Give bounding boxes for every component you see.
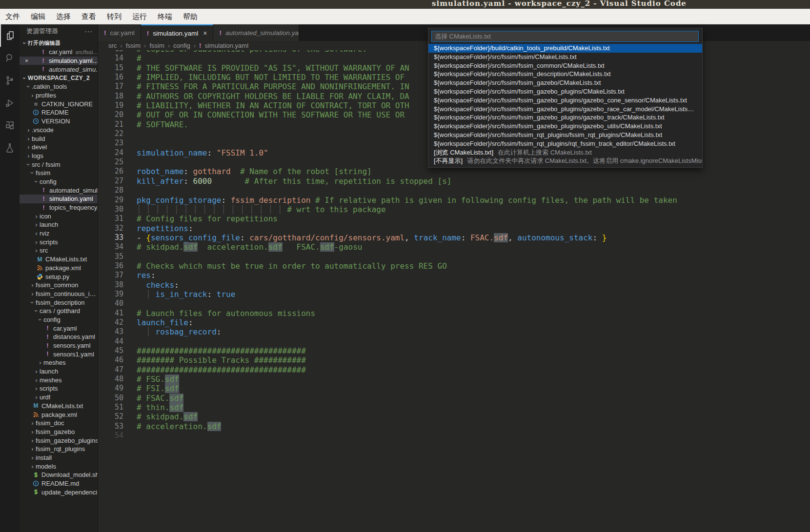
line-content[interactable]: # IMPLIED, INCLUDING BUT NOT LIMITED TO …	[123, 73, 405, 82]
quick-open-item[interactable]: [浏览 CMakeLists.txt]在此计算机上搜索 CMakeLists.t…	[428, 148, 702, 157]
line-content[interactable]	[123, 129, 137, 138]
tree-folder[interactable]: ›fssim_description	[20, 298, 98, 307]
line-content[interactable]: # acceleration.sdf	[123, 422, 221, 431]
line-number[interactable]: 25	[98, 158, 123, 167]
tree-folder[interactable]: ›src / fssim	[20, 160, 98, 169]
open-editors-header[interactable]: › 打开的编辑器	[20, 38, 98, 48]
line-content[interactable]: repetitions:	[123, 224, 193, 233]
breadcrumb-item[interactable]: fssim	[126, 42, 141, 49]
line-content[interactable]	[123, 138, 137, 148]
tree-file[interactable]: README.md	[20, 479, 98, 488]
quick-open-item[interactable]: ${workspaceFolder}/src/fssim/fssim_gazeb…	[428, 79, 702, 87]
line-number[interactable]: 16	[98, 73, 123, 82]
breadcrumb-item[interactable]: src	[108, 42, 117, 49]
line-number[interactable]: 51	[98, 403, 123, 412]
tree-file[interactable]: !sensors.yaml	[20, 341, 98, 350]
menu-item[interactable]: 终端	[152, 9, 178, 24]
tree-folder[interactable]: ›urdf	[20, 393, 98, 402]
line-content[interactable]: │ rosbag_record:	[123, 327, 221, 336]
line-number[interactable]: 17	[98, 82, 123, 91]
line-content[interactable]	[123, 158, 137, 167]
line-number[interactable]: 54	[98, 431, 123, 440]
more-actions-icon[interactable]: ···	[84, 27, 93, 35]
breadcrumb-item[interactable]: config	[173, 42, 190, 49]
line-number[interactable]: 35	[98, 252, 123, 261]
line-number[interactable]: 33	[98, 233, 123, 242]
line-content[interactable]	[123, 252, 137, 261]
line-content[interactable]: │ is_in_track: true	[123, 290, 235, 299]
tree-folder[interactable]: ›fssim_common	[20, 281, 98, 290]
line-number[interactable]: 34	[98, 242, 123, 252]
line-number[interactable]: 29	[98, 196, 123, 205]
open-editor-item[interactable]: !automated_simu…	[20, 65, 98, 74]
line-number[interactable]: 21	[98, 120, 123, 129]
tree-folder[interactable]: ›fssim_gazebo	[20, 428, 98, 436]
menu-item[interactable]: 选择	[51, 9, 76, 24]
line-content[interactable]: checks:	[123, 280, 179, 290]
line-content[interactable]: - {sensors_config_file: cars/gotthard/co…	[123, 233, 607, 242]
tree-file[interactable]: $Download_model.sh	[20, 471, 98, 479]
line-number[interactable]: 52	[98, 412, 123, 421]
line-content[interactable]	[123, 186, 137, 195]
line-number[interactable]: 19	[98, 101, 123, 110]
line-number[interactable]: 31	[98, 214, 123, 223]
workspace-root[interactable]: › WORKSPACE_CZY_2	[20, 74, 98, 82]
tree-file[interactable]: package.xml	[20, 410, 98, 419]
line-number[interactable]: 15	[98, 63, 123, 73]
line-number[interactable]: 14	[98, 54, 123, 63]
line-content[interactable]	[123, 337, 137, 346]
line-content[interactable]: # LIABILITY, WHETHER IN AN ACTION OF CON…	[123, 101, 409, 110]
line-number[interactable]: 39	[98, 290, 123, 299]
line-content[interactable]: simulation_name: "FSSIM 1.0"	[123, 148, 268, 158]
menu-item[interactable]: 转到	[101, 9, 127, 24]
line-content[interactable]: │ │ │ │ │ │ │ │ │ │ │ │ │ │ │ │ # wrt to…	[123, 205, 386, 214]
line-number[interactable]: 44	[98, 337, 123, 346]
menu-item[interactable]: 编辑	[25, 9, 51, 24]
line-number[interactable]: 20	[98, 110, 123, 119]
tree-folder[interactable]: ›launch	[20, 367, 98, 376]
open-editor-item[interactable]: ×!simulation.yaml…	[20, 57, 98, 65]
line-content[interactable]: # SOFTWARE.	[123, 120, 188, 129]
line-content[interactable]: # skidpad.sdf acceleration.sdf FSAC.sdf-…	[123, 242, 362, 252]
tree-file[interactable]: setup.py	[20, 272, 98, 281]
quick-open-item[interactable]: ${workspaceFolder}/src/fssim/fssim_gazeb…	[428, 96, 702, 105]
line-number[interactable]: 47	[98, 365, 123, 374]
tree-folder[interactable]: ›src	[20, 246, 98, 255]
line-content[interactable]	[123, 431, 137, 440]
line-number[interactable]: 26	[98, 167, 123, 176]
line-number[interactable]: 36	[98, 261, 123, 271]
quick-open-item[interactable]: [不再显示]请勿在此文件夹中再次请求 CMakeLists.txt。这将启用 c…	[428, 157, 702, 165]
menu-item[interactable]: 查看	[76, 9, 101, 24]
tree-file[interactable]: !simulation.yaml	[20, 195, 98, 203]
line-number[interactable]: 23	[98, 138, 123, 148]
menu-item[interactable]: 帮助	[178, 9, 203, 24]
quick-open-item[interactable]: ${workspaceFolder}/src/fssim/fssim_gazeb…	[428, 113, 702, 122]
tree-folder[interactable]: ›build	[20, 134, 98, 143]
line-number[interactable]: 22	[98, 129, 123, 138]
quick-open-item[interactable]: ${workspaceFolder}/src/fssim/fssim/CMake…	[428, 53, 702, 61]
tree-folder[interactable]: ›models	[20, 462, 98, 471]
line-content[interactable]: robot_name: gotthard # Name of the robot…	[123, 167, 372, 176]
line-number[interactable]: 49	[98, 384, 123, 393]
line-content[interactable]: res:	[123, 271, 156, 280]
close-icon[interactable]: ×	[23, 57, 30, 64]
line-number[interactable]: 53	[98, 422, 123, 431]
tree-file[interactable]: MCMakeLists.txt	[20, 402, 98, 411]
line-number[interactable]: 24	[98, 148, 123, 158]
tree-folder[interactable]: ›launch	[20, 220, 98, 229]
tree-file[interactable]: !distances.yaml	[20, 333, 98, 341]
tree-folder[interactable]: ›rviz	[20, 229, 98, 238]
quick-open-item[interactable]: ${workspaceFolder}/src/fssim/fssim_rqt_p…	[428, 131, 702, 139]
line-content[interactable]: #	[123, 54, 142, 63]
tree-folder[interactable]: ›.catkin_tools	[20, 82, 98, 91]
line-content[interactable]: ####################################	[123, 365, 306, 374]
line-content[interactable]: # FSAC.sdf	[123, 394, 183, 403]
tree-folder[interactable]: ›profiles	[20, 91, 98, 100]
line-content[interactable]: # OUT OF OR IN CONNECTION WITH THE SOFTW…	[123, 110, 405, 119]
line-content[interactable]: # FITNESS FOR A PARTICULAR PURPOSE AND N…	[123, 82, 409, 91]
quick-open-item[interactable]: ${workspaceFolder}/src/fssim/fssim_gazeb…	[428, 87, 702, 96]
tree-folder[interactable]: ›scripts	[20, 384, 98, 393]
tree-folder[interactable]: ›meshes	[20, 375, 98, 384]
close-icon[interactable]: ×	[203, 29, 207, 37]
tree-file[interactable]: VERSION	[20, 117, 98, 126]
